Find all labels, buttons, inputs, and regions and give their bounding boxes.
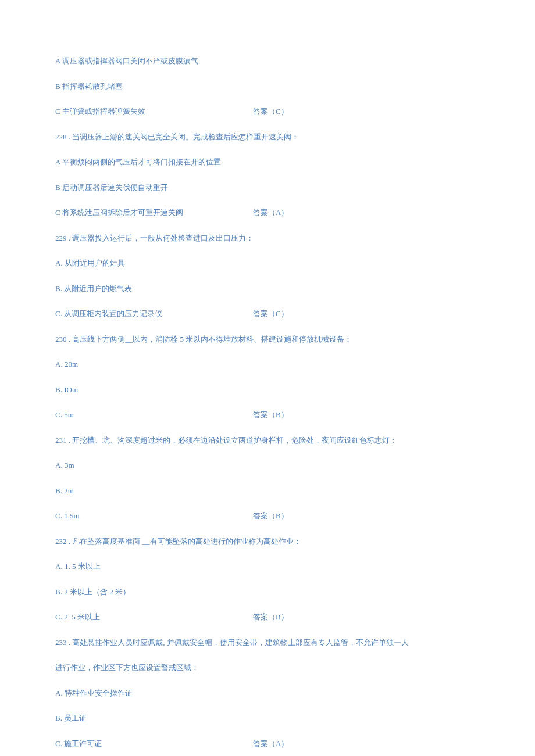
line-text: A. 从附近用户的灶具	[55, 259, 125, 267]
text-line: A 平衡烦闷两侧的气压后才可将门扣接在开的位置	[55, 156, 480, 168]
answer-text: 答案（A）	[253, 207, 288, 218]
line-text: C. 1.5m	[55, 511, 80, 520]
text-line: A. 特种作业安全操作证	[55, 687, 480, 699]
line-text: A 调压器或指挥器阀口关闭不严或皮膜漏气	[55, 56, 198, 65]
text-line: A. 3m	[55, 460, 480, 471]
text-line: B. 员工证	[55, 712, 480, 724]
text-line: B. 2 米以上（含 2 米）	[55, 586, 480, 598]
line-text: B 启动调压器后速关伐便自动重开	[55, 183, 168, 192]
text-line: 进行作业，作业区下方也应设置警戒区域：	[55, 662, 480, 673]
line-text: B. 员工证	[55, 714, 87, 722]
line-text: 231 . 开挖槽、坑、沟深度超过米的，必须在边沿处设立两道护身栏杆，危险处，夜…	[55, 436, 397, 445]
text-line: 230 . 高压线下方两侧__以内，消防栓 5 米以内不得堆放材料、搭建设施和停…	[55, 334, 480, 345]
text-line: B. IOm	[55, 384, 480, 396]
line-text: C. 2. 5 米以上	[55, 612, 100, 621]
line-text: C 主弹簧或指挥器弹簧失效	[55, 107, 145, 116]
line-text: C 将系统泄压阀拆除后才可重开速关阀	[55, 208, 183, 217]
line-text: 233 . 高处悬挂作业人员时应佩戴, 并佩戴安全帽，使用安全带，建筑物上部应有…	[55, 638, 409, 647]
answer-text: 答案（B）	[253, 409, 288, 421]
text-line: C. 2. 5 米以上答案（B）	[55, 611, 480, 623]
text-line: 229 . 调压器投入运行后，一般从何处检查进口及出口压力：	[55, 232, 480, 244]
answer-text: 答案（B）	[253, 611, 288, 623]
document-page: A 调压器或指挥器阀口关闭不严或皮膜漏气B 指挥器耗散孔堵塞C 主弹簧或指挥器弹…	[0, 0, 535, 756]
line-text: C. 施工许可证	[55, 739, 102, 748]
line-text: A. 特种作业安全操作证	[55, 689, 133, 697]
line-text: A. 20m	[55, 360, 78, 368]
text-line: A. 从附近用户的灶具	[55, 257, 480, 269]
line-text: A. 3m	[55, 461, 74, 470]
text-line: B. 从附近用户的燃气表	[55, 283, 480, 295]
answer-text: 答案（A）	[253, 738, 288, 750]
text-line: B 启动调压器后速关伐便自动重开	[55, 182, 480, 194]
text-line: 232 . 凡在坠落高度基准面 __有可能坠落的高处进行的作业称为高处作业：	[55, 536, 480, 547]
answer-text: 答案（C）	[253, 308, 288, 320]
text-line: C 将系统泄压阀拆除后才可重开速关阀答案（A）	[55, 207, 480, 218]
text-line: A. 20m	[55, 359, 480, 370]
line-text: 228 . 当调压器上游的速关阀已完全关闭。完成检查后应怎样重开速关阀：	[55, 132, 299, 141]
line-text: A. 1. 5 米以上	[55, 562, 101, 571]
line-text: C. 从调压柜内装置的压力记录仪	[55, 309, 162, 318]
line-text: 进行作业，作业区下方也应设置警戒区域：	[55, 663, 199, 672]
line-text: 232 . 凡在坠落高度基准面 __有可能坠落的高处进行的作业称为高处作业：	[55, 537, 301, 546]
text-line: C. 从调压柜内装置的压力记录仪答案（C）	[55, 308, 480, 320]
text-line: C. 5m答案（B）	[55, 409, 480, 421]
line-text: 229 . 调压器投入运行后，一般从何处检查进口及出口压力：	[55, 234, 254, 242]
text-line: C 主弹簧或指挥器弹簧失效答案（C）	[55, 106, 480, 117]
answer-text: 答案（C）	[253, 106, 288, 117]
text-line: A. 1. 5 米以上	[55, 561, 480, 572]
line-text: B. 从附近用户的燃气表	[55, 284, 132, 293]
text-line: A 调压器或指挥器阀口关闭不严或皮膜漏气	[55, 55, 480, 67]
line-text: C. 5m	[55, 410, 74, 419]
text-line: B. 2m	[55, 485, 480, 497]
answer-text: 答案（B）	[253, 510, 288, 522]
line-text: 230 . 高压线下方两侧__以内，消防栓 5 米以内不得堆放材料、搭建设施和停…	[55, 335, 352, 343]
text-line: 231 . 开挖槽、坑、沟深度超过米的，必须在边沿处设立两道护身栏杆，危险处，夜…	[55, 435, 480, 446]
line-text: B 指挥器耗散孔堵塞	[55, 82, 123, 91]
text-line: 233 . 高处悬挂作业人员时应佩戴, 并佩戴安全帽，使用安全带，建筑物上部应有…	[55, 637, 480, 648]
text-line: C. 1.5m答案（B）	[55, 510, 480, 522]
text-line: B 指挥器耗散孔堵塞	[55, 81, 480, 92]
text-line: C. 施工许可证答案（A）	[55, 738, 480, 750]
line-text: B. 2 米以上（含 2 米）	[55, 587, 130, 596]
line-text: A 平衡烦闷两侧的气压后才可将门扣接在开的位置	[55, 157, 221, 166]
line-text: B. IOm	[55, 385, 78, 394]
line-text: B. 2m	[55, 486, 74, 495]
text-line: 228 . 当调压器上游的速关阀已完全关闭。完成检查后应怎样重开速关阀：	[55, 131, 480, 143]
